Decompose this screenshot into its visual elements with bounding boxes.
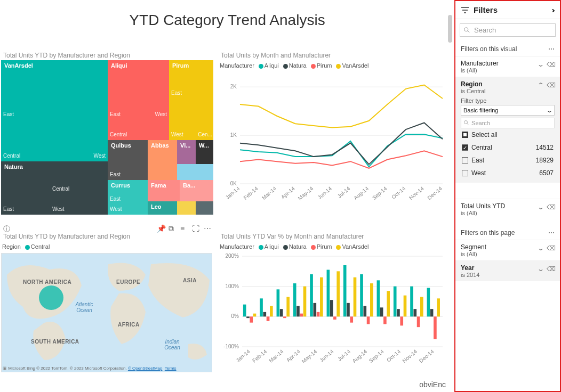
svg-rect-41 bbox=[293, 283, 296, 316]
visual-filters-more-icon[interactable]: ⋯ bbox=[548, 45, 555, 53]
svg-rect-79 bbox=[420, 297, 423, 317]
filter-card-segment[interactable]: Segment is (All) ⌄⌫ bbox=[455, 240, 560, 260]
filters-header: Filters bbox=[474, 5, 498, 14]
focus-mode-icon[interactable]: ⛶ bbox=[192, 224, 199, 232]
svg-text:Feb-14: Feb-14 bbox=[242, 185, 259, 201]
clear-filter-icon[interactable]: ⌫ bbox=[547, 81, 556, 89]
svg-rect-81 bbox=[427, 288, 430, 317]
svg-rect-82 bbox=[430, 309, 434, 316]
svg-rect-47 bbox=[313, 303, 316, 317]
svg-rect-33 bbox=[267, 316, 270, 321]
svg-rect-42 bbox=[296, 306, 300, 317]
region-options-search[interactable]: Search bbox=[461, 118, 555, 128]
filter-card-region[interactable]: Region is Central ⌃⌫ Filter type Basic f… bbox=[455, 77, 560, 183]
bar-chart-panel[interactable]: Total Units YTD Var % by Month and Manuf… bbox=[219, 232, 448, 381]
treemap-cell-w[interactable]: W... bbox=[196, 140, 213, 164]
svg-rect-69 bbox=[387, 291, 390, 316]
cell-label: VanArsdel bbox=[4, 62, 33, 69]
svg-text:Nov-14: Nov-14 bbox=[402, 348, 419, 364]
svg-text:-100%: -100% bbox=[223, 344, 239, 349]
treemap-cell-currus[interactable]: Currus East West bbox=[108, 180, 148, 215]
svg-rect-76 bbox=[410, 287, 413, 317]
filter-type-select[interactable]: Basic filtering ⌄ bbox=[461, 105, 555, 116]
clear-filter-icon[interactable]: ⌫ bbox=[547, 265, 556, 273]
page-filters-header: Filters on this page bbox=[461, 229, 515, 236]
filters-search[interactable]: Search bbox=[460, 23, 556, 37]
svg-text:2K: 2K bbox=[230, 84, 237, 89]
svg-text:Jun-14: Jun-14 bbox=[317, 185, 333, 200]
map-panel[interactable]: Total Units YTD by Manufacturer and Regi… bbox=[1, 232, 213, 381]
treemap-cell-barba[interactable]: Ba... bbox=[180, 180, 213, 201]
svg-rect-58 bbox=[350, 316, 353, 322]
pin-icon[interactable]: 📌 bbox=[157, 224, 164, 232]
svg-rect-46 bbox=[310, 274, 313, 316]
svg-rect-53 bbox=[333, 316, 336, 320]
filter-icon[interactable]: ≡ bbox=[180, 224, 188, 232]
svg-text:Apr-14: Apr-14 bbox=[280, 185, 296, 200]
line-chart-visual[interactable]: 0K1K2KJan-14Feb-14Mar-14Apr-14May-14Jun-… bbox=[219, 72, 448, 221]
clear-filter-icon[interactable]: ⌫ bbox=[547, 61, 556, 68]
terms-link[interactable]: Terms bbox=[165, 366, 177, 371]
svg-rect-38 bbox=[283, 316, 286, 318]
region-option-central[interactable]: ✓Central 14512 bbox=[461, 141, 555, 154]
chevron-down-icon[interactable]: ⌄ bbox=[537, 203, 544, 211]
bar-chart-visual[interactable]: -100%0%100%200%Jan-14Feb-14Mar-14Apr-14M… bbox=[219, 253, 448, 375]
svg-rect-67 bbox=[380, 307, 383, 316]
svg-rect-73 bbox=[400, 316, 403, 325]
clear-filter-icon[interactable]: ⌫ bbox=[547, 244, 556, 252]
chevron-down-icon[interactable]: ⌄ bbox=[537, 265, 544, 273]
svg-rect-28 bbox=[250, 316, 253, 322]
filter-card-year[interactable]: Year is 2014 ⌄⌫ bbox=[455, 260, 560, 281]
treemap-cell-aliqui[interactable]: Aliqui East Central West bbox=[108, 60, 169, 140]
treemap-cell-quibus[interactable]: Quibus East bbox=[108, 140, 148, 180]
chevron-down-icon[interactable]: ⌄ bbox=[537, 244, 544, 252]
filter-card-total-units[interactable]: Total Units YTD is (All) ⌄⌫ bbox=[455, 199, 560, 219]
chevron-down-icon[interactable]: ⌄ bbox=[537, 61, 544, 68]
select-all-option[interactable]: Select all bbox=[461, 128, 555, 141]
svg-text:Nov-14: Nov-14 bbox=[408, 185, 425, 201]
collapse-filters-icon[interactable]: › bbox=[551, 5, 555, 14]
svg-rect-31 bbox=[260, 298, 263, 316]
treemap-cell-misc3[interactable] bbox=[196, 201, 213, 215]
report-scroll-thumb[interactable] bbox=[448, 15, 452, 43]
svg-text:Dec-14: Dec-14 bbox=[427, 185, 444, 201]
bar-legend: Manufacturer Aliqui Natura Pirum VanArsd… bbox=[219, 241, 448, 253]
svg-text:0%: 0% bbox=[231, 313, 239, 319]
clear-filter-icon[interactable]: ⌫ bbox=[547, 203, 556, 211]
filter-card-manufacturer[interactable]: Manufacturer is (All) ⌄⌫ bbox=[455, 56, 560, 77]
svg-rect-71 bbox=[394, 287, 397, 317]
treemap-cell-vanarsdel[interactable]: VanArsdel East Central West bbox=[1, 60, 108, 161]
page-filters-more-icon[interactable]: ⋯ bbox=[548, 229, 555, 236]
svg-text:Feb-14: Feb-14 bbox=[251, 348, 268, 364]
svg-text:Oct-14: Oct-14 bbox=[390, 185, 406, 200]
svg-text:Sep-14: Sep-14 bbox=[371, 185, 388, 201]
map-bubble-central[interactable] bbox=[39, 285, 63, 310]
treemap-cell-pirum[interactable]: Pirum East West Cen... bbox=[169, 60, 213, 140]
copy-icon[interactable]: ⧉ bbox=[169, 224, 176, 232]
treemap-cell-fama[interactable]: Fama bbox=[148, 180, 180, 201]
svg-rect-54 bbox=[336, 271, 340, 316]
chevron-up-icon[interactable]: ⌃ bbox=[537, 81, 544, 89]
treemap-cell-leo[interactable]: Leo bbox=[148, 201, 177, 215]
svg-text:May-14: May-14 bbox=[297, 185, 315, 201]
svg-rect-61 bbox=[360, 274, 363, 316]
region-option-west[interactable]: West 6507 bbox=[461, 167, 555, 179]
treemap-cell-victoria[interactable]: Vi... bbox=[177, 140, 196, 164]
filters-icon bbox=[461, 6, 469, 14]
treemap-visual[interactable]: VanArsdel East Central West Aliqui East … bbox=[1, 60, 213, 220]
treemap-cell-misc1[interactable] bbox=[177, 164, 213, 180]
treemap-cell-abbas[interactable]: Abbas bbox=[148, 140, 177, 180]
svg-rect-68 bbox=[383, 316, 387, 324]
treemap-cell-natura[interactable]: Natura Central East West bbox=[1, 161, 108, 215]
svg-rect-84 bbox=[437, 298, 440, 316]
more-options-icon[interactable]: ⋯ bbox=[204, 224, 211, 232]
svg-rect-62 bbox=[363, 306, 366, 317]
svg-text:Dec-14: Dec-14 bbox=[418, 348, 435, 364]
treemap-cell-misc2[interactable] bbox=[177, 201, 196, 215]
region-option-east[interactable]: East 18929 bbox=[461, 154, 555, 167]
svg-rect-66 bbox=[377, 280, 380, 316]
map-visual[interactable]: NORTH AMERICA EUROPE ASIA AFRICA SOUTH A… bbox=[1, 253, 212, 372]
treemap-panel[interactable]: Total Units YTD by Manufacturer and Regi… bbox=[1, 51, 213, 226]
line-chart-panel[interactable]: Total Units by Month and Manufacturer Ma… bbox=[219, 51, 448, 226]
osm-link[interactable]: © OpenStreetMap bbox=[128, 366, 163, 371]
